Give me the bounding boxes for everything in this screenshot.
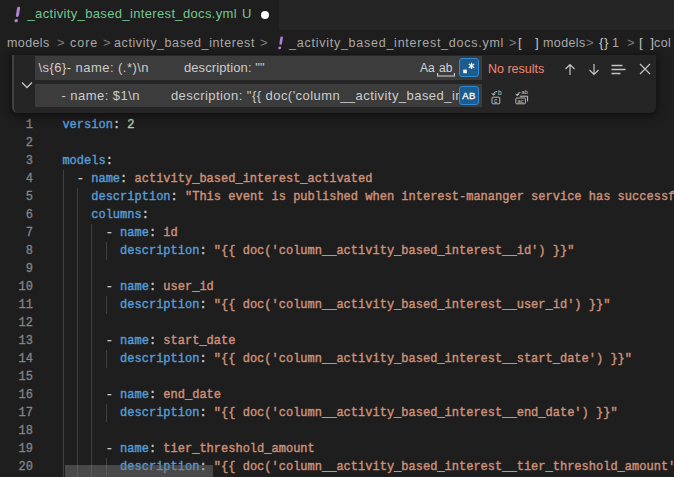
- svg-text:c: c: [494, 96, 498, 103]
- svg-text:ac: ac: [518, 98, 524, 104]
- svg-text:ab: ab: [522, 90, 528, 95]
- svg-text:b: b: [498, 90, 502, 96]
